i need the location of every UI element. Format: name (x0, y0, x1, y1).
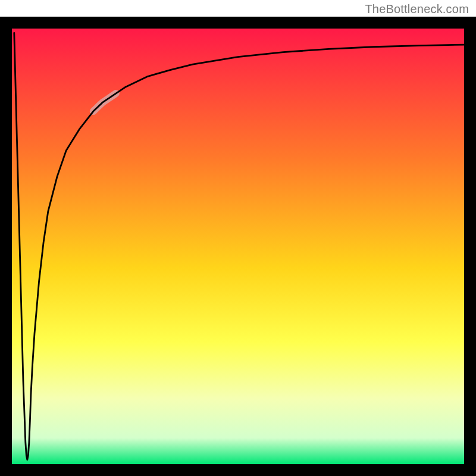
chart-container: TheBottleneck.com (0, 0, 476, 476)
svg-rect-1 (12, 29, 464, 464)
bottleneck-chart (0, 0, 476, 476)
watermark-text: TheBottleneck.com (365, 2, 469, 16)
